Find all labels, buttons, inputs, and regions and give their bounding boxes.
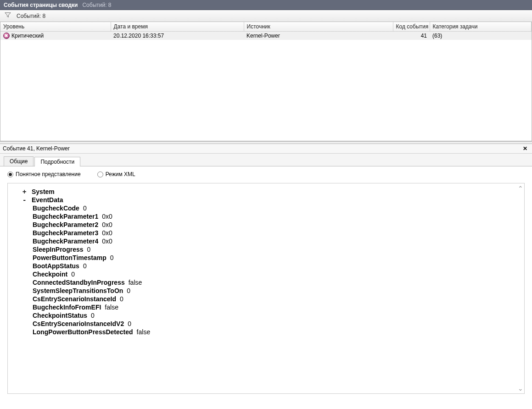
event-data-item: CsEntryScenarioInstanceId0 <box>12 295 520 303</box>
radio-friendly-label: Понятное представление <box>16 171 81 177</box>
radio-xml[interactable]: Режим XML <box>97 171 135 177</box>
title-text: События страницы сводки <box>4 2 78 8</box>
radio-friendly[interactable]: Понятное представление <box>7 171 81 177</box>
detail-title: Событие 41, Kernel-Power <box>3 145 70 152</box>
event-data-key: BugcheckCode <box>33 204 79 212</box>
event-data-value: 0x0 <box>102 213 112 220</box>
event-data-key: BugcheckParameter3 <box>33 229 98 237</box>
event-data-value: 0x0 <box>102 221 112 228</box>
filter-bar: Событий: 8 <box>0 10 532 22</box>
event-data-value: false <box>129 279 142 286</box>
event-data-tree: ⌃ + System - EventData BugcheckCode0Bugc… <box>7 183 525 394</box>
col-eventid[interactable]: Код события <box>393 22 430 32</box>
tab-general[interactable]: Общие <box>4 156 34 166</box>
event-grid: Уровень Дата и время Источник Код событи… <box>0 22 532 141</box>
event-data-value: 0 <box>83 204 87 212</box>
event-data-value: 0 <box>87 246 91 253</box>
event-data-key: BugcheckParameter4 <box>33 238 98 245</box>
event-data-key: BugcheckParameter2 <box>33 221 98 228</box>
filter-icon[interactable] <box>5 12 17 20</box>
event-data-value: 0 <box>91 312 95 319</box>
event-data-value: 0 <box>120 295 123 303</box>
col-taskcat[interactable]: Категория задачи <box>430 22 532 32</box>
event-data-value: 0 <box>128 320 131 327</box>
event-data-item: SleepInProgress0 <box>12 246 520 253</box>
event-data-key: SystemSleepTransitionsToOn <box>33 287 123 294</box>
col-source[interactable]: Источник <box>244 22 393 32</box>
event-data-item: BugcheckParameter10x0 <box>12 213 520 220</box>
event-data-value: 0 <box>127 287 130 294</box>
event-data-item: BugcheckInfoFromEFIfalse <box>12 304 520 311</box>
title-count: Событий: 8 <box>82 2 111 8</box>
tree-eventdata[interactable]: EventData <box>32 196 63 204</box>
collapse-icon[interactable]: - <box>22 196 28 204</box>
details-pane: Понятное представление Режим XML ⌃ + Sys… <box>0 166 532 398</box>
event-data-key: BugcheckParameter1 <box>33 213 98 220</box>
event-data-item: BootAppStatus0 <box>12 262 520 270</box>
event-data-value: 0x0 <box>102 229 112 237</box>
col-datetime[interactable]: Дата и время <box>111 22 244 32</box>
event-data-item: Checkpoint0 <box>12 271 520 278</box>
error-icon: ✖ <box>3 33 10 39</box>
close-icon[interactable]: ✕ <box>521 145 529 152</box>
event-data-item: CheckpointStatus0 <box>12 312 520 319</box>
event-data-key: CheckpointStatus <box>33 312 87 319</box>
event-data-value: 0 <box>83 262 87 270</box>
cell-taskcat: (63) <box>430 32 532 40</box>
event-data-item: BugcheckParameter40x0 <box>12 238 520 245</box>
cell-eventid: 41 <box>393 32 430 40</box>
tab-row: Общие Подробности <box>0 154 532 166</box>
title-bar: События страницы сводки Событий: 8 <box>0 0 532 10</box>
event-data-key: SleepInProgress <box>33 246 84 253</box>
cell-datetime: 20.12.2020 16:33:57 <box>111 32 244 40</box>
radio-xml-label: Режим XML <box>106 171 135 177</box>
event-data-item: ConnectedStandbyInProgressfalse <box>12 279 520 286</box>
event-data-key: CsEntryScenarioInstanceIdV2 <box>33 320 124 327</box>
col-level[interactable]: Уровень <box>0 22 111 32</box>
cell-source: Kernel-Power <box>244 32 393 40</box>
event-data-value: 0 <box>110 254 114 261</box>
radio-icon <box>7 171 13 177</box>
event-data-item: BugcheckParameter30x0 <box>12 229 520 237</box>
event-data-key: LongPowerButtonPressDetected <box>33 328 133 336</box>
event-data-value: 0 <box>71 271 75 278</box>
expand-icon[interactable]: + <box>22 188 28 195</box>
tab-details[interactable]: Подробности <box>34 157 80 166</box>
event-data-item: BugcheckParameter20x0 <box>12 221 520 228</box>
event-data-value: false <box>137 328 151 336</box>
event-data-item: SystemSleepTransitionsToOn0 <box>12 287 520 294</box>
event-data-value: false <box>105 304 118 311</box>
event-data-item: BugcheckCode0 <box>12 204 520 212</box>
event-data-value: 0x0 <box>102 238 112 245</box>
event-data-key: BootAppStatus <box>33 262 79 270</box>
detail-header: Событие 41, Kernel-Power ✕ <box>0 144 532 154</box>
radio-icon <box>97 171 103 177</box>
filter-count: Событий: 8 <box>17 13 45 19</box>
scroll-down-icon[interactable]: ⌄ <box>518 385 523 392</box>
event-data-key: BugcheckInfoFromEFI <box>33 304 101 311</box>
tree-system[interactable]: System <box>32 188 55 195</box>
event-data-key: CsEntryScenarioInstanceId <box>33 295 116 303</box>
cell-level: Критический <box>11 33 44 39</box>
event-data-key: PowerButtonTimestamp <box>33 254 106 261</box>
event-data-key: Checkpoint <box>33 271 67 278</box>
event-data-key: ConnectedStandbyInProgress <box>33 279 125 286</box>
event-data-item: CsEntryScenarioInstanceIdV20 <box>12 320 520 327</box>
event-data-item: PowerButtonTimestamp0 <box>12 254 520 261</box>
table-row[interactable]: ✖ Критический 20.12.2020 16:33:57 Kernel… <box>0 32 532 40</box>
scroll-up-icon[interactable]: ⌃ <box>518 185 523 192</box>
event-data-item: LongPowerButtonPressDetectedfalse <box>12 328 520 336</box>
